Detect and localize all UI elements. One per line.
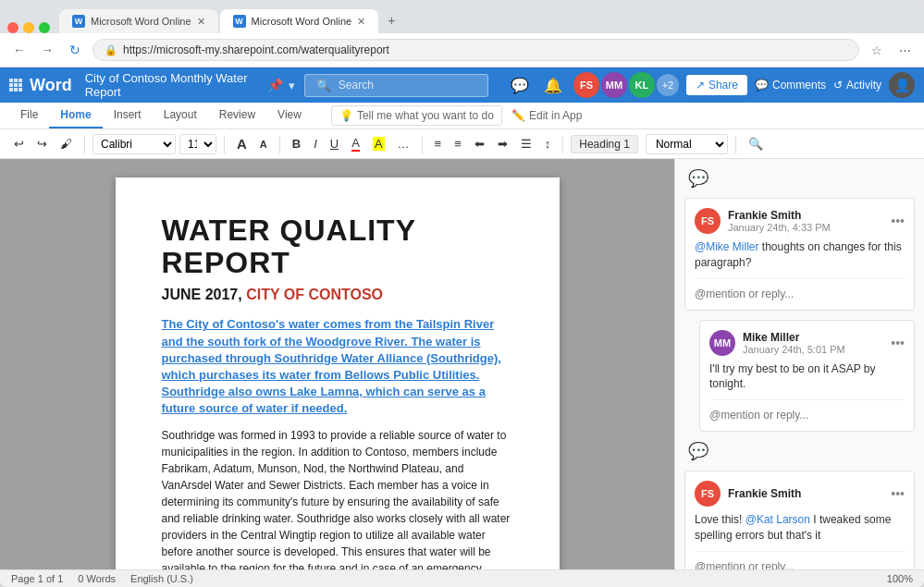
search-toolbar-button[interactable]: 🔍 [744,134,768,153]
browser-tabs-bar: W Microsoft Word Online ✕ W Microsoft Wo… [0,0,924,33]
comment-mention-1[interactable]: @Mike Miller [695,240,759,253]
comment-reply-input-3[interactable] [695,560,905,569]
heading-style-badge[interactable]: Heading 1 [571,135,638,153]
share-icon: ↗ [696,79,705,92]
share-button[interactable]: ↗ Share [686,75,747,95]
browser-tab-1[interactable]: W Microsoft Word Online ✕ [59,9,218,33]
comment-mention-3[interactable]: @Kat Larson [745,513,810,526]
star-button[interactable]: ☆ [867,40,887,60]
separator-2 [224,135,225,153]
comment-reply-area-2 [709,399,905,422]
tell-me-input[interactable]: 💡 Tell me what you want to do [331,105,502,126]
collab-avatar-fs[interactable]: FS [573,72,599,98]
comment-more-1[interactable]: ••• [891,214,905,228]
font-family-select[interactable]: Calibri [92,134,176,154]
refresh-button[interactable]: ↻ [65,40,85,60]
highlight-button[interactable]: A [368,134,389,153]
browser-window: W Microsoft Word Online ✕ W Microsoft Wo… [0,0,924,587]
italic-button[interactable]: I [309,134,322,153]
comment-reply-input-1[interactable] [695,287,905,300]
comments-button[interactable]: 💬 Comments [755,79,826,92]
word-search-box[interactable]: 🔍 [304,74,488,97]
maximize-traffic-light[interactable] [39,22,50,33]
font-decrease-button[interactable]: A [255,136,272,153]
collab-avatar-mm[interactable]: MM [601,72,627,98]
doc-title-display: City of Contoso Monthly Water Report 📌 ▾ [85,71,295,99]
more-font-button[interactable]: … [393,134,414,153]
share-label: Share [708,79,738,92]
decrease-indent-button[interactable]: ⬅ [470,134,489,153]
browser-menu-button[interactable]: ⋯ [894,40,915,60]
document-intro-paragraph[interactable]: The City of Contoso's water comes from t… [162,316,513,417]
word-search-input[interactable] [339,79,476,92]
back-button[interactable]: ← [9,40,30,60]
word-header-actions: 💬 🔔 FS MM KL +2 ↗ Share 💬 Comments ↺ [507,72,915,98]
tab-close-1[interactable]: ✕ [197,16,205,28]
tab-label-1: Microsoft Word Online [91,16,191,27]
edit-in-app-button[interactable]: ✏️ Edit in App [511,109,582,122]
font-size-select[interactable]: 11 [179,134,216,154]
bullets-button[interactable]: ≡ [430,134,447,153]
comment-time-1: January 24th, 4:33 PM [728,222,883,233]
underline-button[interactable]: U [326,134,343,153]
comment-avatar-fs-1: FS [695,208,721,234]
document-scroll-area[interactable]: WATER QUALITY REPORT JUNE 2017, CITY OF … [0,159,674,569]
main-content-area: WATER QUALITY REPORT JUNE 2017, CITY OF … [0,159,924,569]
align-button[interactable]: ☰ [516,134,536,153]
comment-author-1: Frankie Smith [728,209,883,222]
comment-reply-input-2[interactable] [709,409,905,422]
document-page: WATER QUALITY REPORT JUNE 2017, CITY OF … [116,177,560,569]
ribbon-tab-layout[interactable]: Layout [153,103,208,128]
word-logo: Word [30,76,72,95]
activity-label: Activity [846,79,881,92]
font-color-button[interactable]: A [347,133,364,154]
search-icon: 🔍 [316,79,331,92]
undo-button[interactable]: ↩ [9,134,29,153]
document-main-title: WATER QUALITY REPORT [162,214,513,279]
address-bar[interactable]: 🔒 https://microsoft-my.sharepoint.com/wa… [92,39,859,61]
comment-avatar-fs-2: FS [695,481,721,507]
bold-button[interactable]: B [288,134,305,153]
forward-button[interactable]: → [37,40,57,60]
language-info: English (U.S.) [130,573,193,584]
new-tab-button[interactable]: + [380,7,402,33]
document-subtitle: JUNE 2017, CITY OF CONTOSO [162,287,513,303]
comment-more-3[interactable]: ••• [891,486,905,501]
ribbon-tab-file[interactable]: File [9,103,49,128]
font-increase-button[interactable]: A [232,133,252,154]
chevron-down-icon[interactable]: ▾ [289,79,295,92]
minimize-traffic-light[interactable] [23,22,34,33]
paragraph-style-select[interactable]: Normal Heading 1 [646,134,728,154]
word-header: Word City of Contoso Monthly Water Repor… [0,67,924,103]
comment-text-prefix-3: Love this! [695,513,745,526]
lightbulb-icon: 💡 [339,109,353,122]
ribbon-tab-review[interactable]: Review [208,103,266,128]
close-traffic-light[interactable] [7,22,18,33]
chat-icon[interactable]: 💬 [507,75,533,96]
browser-tab-2[interactable]: W Microsoft Word Online ✕ [220,9,379,33]
comment-more-2[interactable]: ••• [891,336,905,350]
collab-avatar-kl[interactable]: KL [629,72,655,98]
word-tab-icon-1: W [72,15,85,28]
bell-icon[interactable]: 🔔 [540,75,566,96]
status-bar: Page 1 of 1 0 Words English (U.S.) 100% [0,569,924,587]
pin-icon[interactable]: 📌 [267,78,283,92]
ribbon-tab-view[interactable]: View [266,103,313,128]
apps-grid-icon[interactable] [9,79,22,92]
activity-button[interactable]: ↺ Activity [833,79,881,92]
ribbon-tab-insert[interactable]: Insert [103,103,153,128]
format-painter-button[interactable]: 🖌 [55,134,77,153]
word-tab-icon-2: W [233,15,246,28]
comment-header-2: MM Mike Miller January 24th, 5:01 PM ••• [709,330,905,356]
tab-close-2[interactable]: ✕ [357,16,365,28]
tab-label-2: Microsoft Word Online [252,16,352,27]
user-avatar[interactable]: 👤 [889,72,915,98]
comments-sidebar: 💬 FS Frankie Smith January 24th, 4:33 PM… [674,159,924,569]
numbering-button[interactable]: ≡ [450,134,466,153]
zoom-level[interactable]: 100% [887,573,913,584]
line-spacing-button[interactable]: ↕ [540,134,556,153]
collab-count[interactable]: +2 [657,74,679,96]
increase-indent-button[interactable]: ➡ [493,134,512,153]
redo-button[interactable]: ↪ [32,134,52,153]
ribbon-tab-home[interactable]: Home [49,103,102,128]
